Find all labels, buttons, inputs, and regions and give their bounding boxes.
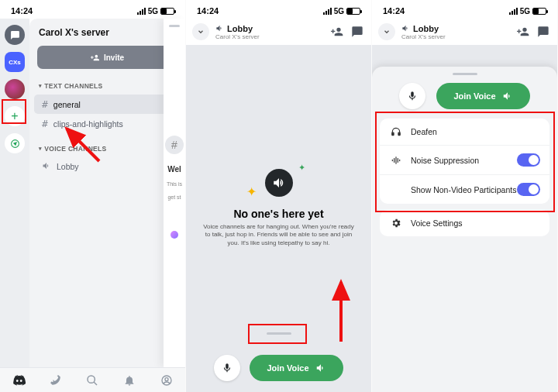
nav-profile-icon[interactable]	[160, 373, 174, 387]
svg-point-3	[165, 377, 168, 380]
speaker-icon	[401, 24, 410, 33]
peek-hash-icon: #	[165, 136, 184, 154]
network-label: 5G	[148, 7, 158, 15]
battery-icon	[160, 8, 174, 15]
drag-handle-icon[interactable]	[267, 332, 291, 335]
speaker-icon	[42, 161, 51, 172]
network-label: 5G	[334, 7, 344, 15]
join-voice-button[interactable]: Join Voice	[250, 355, 343, 381]
headphones-icon	[389, 126, 403, 137]
status-bar: 14:24 5G	[0, 0, 185, 19]
status-time: 14:24	[383, 6, 405, 15]
svg-rect-11	[398, 158, 398, 163]
chat-icon[interactable]	[351, 26, 363, 38]
status-bar: 14:24 5G	[186, 0, 371, 19]
svg-rect-12	[399, 159, 400, 160]
join-voice-button[interactable]: Join Voice	[436, 83, 529, 109]
voice-options-card: Deafen Noise Suppression Show Non-Video …	[380, 119, 549, 204]
channel-clips[interactable]: # clips-and-highlights	[29, 114, 185, 133]
svg-point-1	[88, 376, 95, 383]
channel-preview-peek[interactable]: # Wel This is get st	[164, 19, 185, 367]
invite-button[interactable]: Invite	[37, 46, 177, 69]
server-name[interactable]: Carol X's server	[39, 27, 109, 38]
channel-panel: Carol X's server ••• Invite ▾TEXT CHANNE…	[29, 19, 185, 367]
signal-icon	[509, 8, 518, 15]
speaker-icon	[502, 91, 513, 101]
network-label: 5G	[520, 7, 530, 15]
empty-subtitle: Voice channels are for hanging out. When…	[186, 220, 371, 247]
phone-3-lobby-sheet: 14:24 5G Lobby Carol X's server	[372, 0, 558, 392]
deafen-row[interactable]: Deafen	[380, 119, 549, 145]
bottom-nav	[0, 367, 185, 392]
chat-icon[interactable]	[537, 26, 549, 38]
nonvideo-row[interactable]: Show Non-Video Participants	[380, 174, 549, 204]
lobby-header: Lobby Carol X's server	[372, 19, 557, 45]
mic-button[interactable]	[399, 83, 425, 109]
phone-2-lobby-empty: 14:24 5G Lobby Carol X's server	[186, 0, 372, 392]
nav-friends-icon[interactable]	[49, 373, 63, 387]
invite-icon	[91, 53, 99, 62]
collapse-button[interactable]	[378, 23, 395, 40]
signal-icon	[137, 8, 146, 15]
channel-lobby[interactable]: Lobby	[29, 157, 185, 176]
empty-state: ✦ ✦ No one's here yet Voice channels are…	[186, 169, 371, 247]
add-people-icon[interactable]	[517, 26, 529, 38]
svg-rect-10	[395, 156, 396, 163]
lobby-title: Lobby	[227, 24, 253, 33]
noise-suppression-row[interactable]: Noise Suppression	[380, 145, 549, 174]
lobby-subtitle: Carol X's server	[401, 33, 446, 40]
voice-options-sheet: Join Voice Deafen	[372, 67, 557, 392]
hash-icon: #	[42, 118, 48, 129]
lobby-title: Lobby	[413, 24, 439, 33]
lobby-subtitle: Carol X's server	[215, 33, 260, 40]
channel-general[interactable]: # general	[34, 95, 181, 114]
svg-rect-7	[398, 132, 400, 136]
svg-rect-6	[392, 132, 394, 136]
phone-1-server-channels: 14:24 5G CXs + Carol X's	[0, 0, 186, 392]
status-time: 14:24	[197, 6, 219, 15]
add-server-button[interactable]: +	[5, 106, 25, 126]
svg-rect-8	[392, 159, 393, 160]
nav-search-icon[interactable]	[85, 373, 99, 387]
collapse-button[interactable]	[192, 23, 209, 40]
server-rail: CXs +	[0, 19, 29, 367]
status-bar: 14:24 5G	[372, 0, 557, 19]
voice-channels-header[interactable]: ▾VOICE CHANNELS +	[29, 139, 185, 157]
mic-button[interactable]	[214, 355, 240, 381]
sparkle-icon: ✦	[246, 184, 257, 199]
server-avatar[interactable]	[5, 79, 25, 99]
server-cx[interactable]: CXs	[5, 52, 25, 72]
discover-icon[interactable]	[5, 133, 25, 153]
battery-icon	[532, 8, 546, 15]
svg-rect-9	[394, 158, 394, 163]
drag-handle-icon[interactable]	[453, 73, 477, 75]
signal-icon	[323, 8, 332, 15]
sparkle-icon: ✦	[298, 163, 305, 173]
nav-discord-icon[interactable]	[12, 373, 26, 387]
voice-settings-card: Voice Settings	[380, 210, 549, 236]
nav-notifications-icon[interactable]	[122, 373, 136, 387]
text-channels-header[interactable]: ▾TEXT CHANNELS +	[29, 77, 185, 95]
speaker-large-icon	[265, 169, 293, 197]
voice-settings-row[interactable]: Voice Settings	[380, 210, 549, 236]
drag-handle-icon[interactable]	[169, 25, 180, 27]
speaker-icon	[315, 363, 326, 373]
battery-icon	[346, 8, 360, 15]
hash-icon: #	[42, 98, 48, 110]
dm-icon[interactable]	[5, 25, 25, 45]
empty-title: No one's here yet	[233, 208, 323, 220]
speaker-icon	[215, 24, 224, 33]
gear-icon	[389, 218, 403, 229]
status-time: 14:24	[11, 6, 33, 15]
lobby-header: Lobby Carol X's server	[186, 19, 371, 45]
nonvideo-toggle[interactable]	[517, 183, 540, 196]
soundwave-icon	[389, 155, 403, 166]
add-people-icon[interactable]	[331, 26, 343, 38]
noise-toggle[interactable]	[517, 153, 540, 167]
